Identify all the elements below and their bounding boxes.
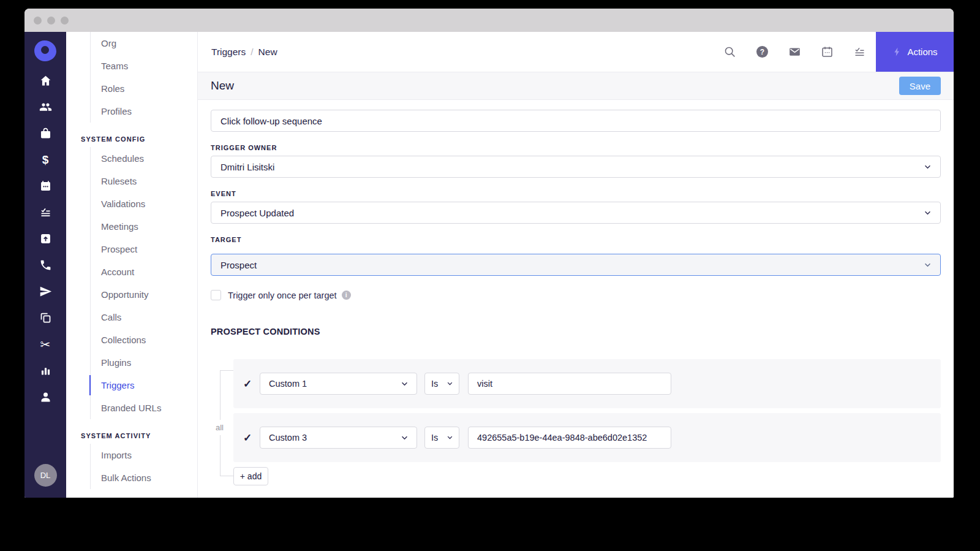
bag-icon[interactable] xyxy=(24,120,66,146)
sidebar-item-org[interactable]: Org xyxy=(91,32,197,55)
calendar-icon[interactable] xyxy=(811,32,843,72)
sidebar-item-opportunity[interactable]: Opportunity xyxy=(91,283,197,306)
chevron-down-icon xyxy=(924,263,931,267)
conditions-bracket: all xyxy=(220,370,233,476)
condition-value-input[interactable] xyxy=(468,373,671,395)
tasks-icon[interactable] xyxy=(843,32,876,72)
send-icon[interactable] xyxy=(24,278,66,305)
chevron-down-icon xyxy=(401,436,408,440)
page-header: New Save xyxy=(198,72,954,100)
person-icon[interactable] xyxy=(24,384,66,410)
export-icon[interactable] xyxy=(24,226,66,252)
condition-value-input[interactable] xyxy=(468,427,671,449)
actions-button[interactable]: Actions xyxy=(876,32,954,72)
window-zoom-button[interactable] xyxy=(61,17,69,25)
sidebar-item-validations[interactable]: Validations xyxy=(91,192,197,215)
sidebar-item-bulk-actions[interactable]: Bulk Actions xyxy=(91,466,197,489)
sidebar-item-profiles[interactable]: Profiles xyxy=(91,100,197,123)
condition-operator-select[interactable]: Is xyxy=(424,427,459,449)
sidebar-item-schedules[interactable]: Schedules xyxy=(91,147,197,170)
app-window: $✂ DL OrgTeamsRolesProfilesSYSTEM CONFIG… xyxy=(24,9,954,498)
trigger-owner-select[interactable]: Dmitri Lisitski xyxy=(211,156,941,178)
breadcrumb-current: New xyxy=(258,47,277,58)
sidebar-item-imports[interactable]: Imports xyxy=(91,444,197,466)
scissors-icon[interactable]: ✂ xyxy=(24,331,66,357)
chevron-down-icon xyxy=(447,382,453,386)
condition-check-icon[interactable]: ✓ xyxy=(243,378,260,390)
chevron-down-icon xyxy=(924,211,931,215)
condition-operator-select[interactable]: Is xyxy=(424,373,459,395)
tasks-icon[interactable] xyxy=(24,199,66,226)
sidebar-item-account[interactable]: Account xyxy=(91,260,197,283)
user-avatar[interactable]: DL xyxy=(34,464,57,487)
chart-icon[interactable] xyxy=(24,357,66,384)
window-close-button[interactable] xyxy=(34,17,42,25)
sidebar-item-rulesets[interactable]: Rulesets xyxy=(91,170,197,192)
trigger-form: TRIGGER OWNER Dmitri Lisitski EVENT Pros… xyxy=(198,100,954,498)
match-all-label: all xyxy=(214,420,225,435)
topbar-icon-row: ? xyxy=(714,32,876,72)
window-titlebar xyxy=(24,9,954,32)
sidebar-item-prospect[interactable]: Prospect xyxy=(91,238,197,260)
lightning-bolt-icon xyxy=(892,47,902,57)
search-icon[interactable] xyxy=(714,32,746,72)
conditions-title: PROSPECT CONDITIONS xyxy=(211,327,941,336)
trigger-owner-label: TRIGGER OWNER xyxy=(211,144,941,151)
trigger-once-label: Trigger only once per target xyxy=(228,291,337,300)
condition-list: ✓ Custom 1 Is ✓ Custom 3 Is xyxy=(233,359,941,462)
primary-nav-icons: $✂ xyxy=(24,67,66,410)
home-icon[interactable] xyxy=(24,67,66,94)
phone-icon[interactable] xyxy=(24,252,66,278)
chevron-down-icon xyxy=(401,382,408,386)
trigger-owner-value: Dmitri Lisitski xyxy=(221,162,274,172)
save-button[interactable]: Save xyxy=(899,77,941,95)
window-minimize-button[interactable] xyxy=(47,17,55,25)
trigger-name-input[interactable] xyxy=(211,110,941,132)
condition-row: ✓ Custom 3 Is xyxy=(233,413,941,462)
topbar: Triggers / New ? Actions xyxy=(198,32,954,72)
breadcrumb-separator: / xyxy=(251,47,253,58)
sidebar-item-roles[interactable]: Roles xyxy=(91,77,197,100)
event-value: Prospect Updated xyxy=(221,208,294,218)
sidebar-item-branded-urls[interactable]: Branded URLs xyxy=(91,397,197,419)
calendar-icon[interactable] xyxy=(24,173,66,199)
target-value: Prospect xyxy=(221,260,257,270)
nav-group: OrgTeamsRolesProfiles xyxy=(90,32,197,123)
add-condition-button[interactable]: + add xyxy=(233,467,268,485)
people-icon[interactable] xyxy=(24,94,66,120)
trigger-once-checkbox[interactable] xyxy=(211,290,221,300)
primary-sidebar: $✂ DL xyxy=(24,32,66,498)
condition-field-value: Custom 3 xyxy=(269,433,307,443)
actions-button-label: Actions xyxy=(907,47,937,57)
dollar-icon[interactable]: $ xyxy=(24,146,66,173)
main-area: Triggers / New ? Actions New Save TRIGGE… xyxy=(198,32,954,498)
condition-operator-value: Is xyxy=(431,433,438,443)
sidebar-item-collections[interactable]: Collections xyxy=(91,329,197,351)
event-label: EVENT xyxy=(211,190,941,197)
condition-field-select[interactable]: Custom 1 xyxy=(260,373,417,395)
nav-group: ImportsBulk Actions xyxy=(90,444,197,489)
help-icon[interactable]: ? xyxy=(746,32,778,72)
event-select[interactable]: Prospect Updated xyxy=(211,202,941,224)
app-body: $✂ DL OrgTeamsRolesProfilesSYSTEM CONFIG… xyxy=(24,32,954,498)
sidebar-item-meetings[interactable]: Meetings xyxy=(91,215,197,238)
breadcrumb-parent-link[interactable]: Triggers xyxy=(211,47,246,58)
condition-check-icon[interactable]: ✓ xyxy=(243,431,260,444)
chevron-down-icon xyxy=(447,436,453,439)
outreach-logo-icon[interactable] xyxy=(34,40,57,62)
condition-row: ✓ Custom 1 Is xyxy=(233,359,941,408)
condition-operator-value: Is xyxy=(431,379,438,389)
secondary-sidebar: OrgTeamsRolesProfilesSYSTEM CONFIGSchedu… xyxy=(66,32,198,498)
sidebar-item-teams[interactable]: Teams xyxy=(91,55,197,77)
info-icon[interactable]: i xyxy=(342,291,351,300)
sidebar-item-calls[interactable]: Calls xyxy=(91,306,197,329)
condition-field-select[interactable]: Custom 3 xyxy=(260,427,417,449)
copy-icon[interactable] xyxy=(24,305,66,331)
page-title: New xyxy=(211,79,899,93)
trigger-once-row: Trigger only once per target i xyxy=(211,290,941,300)
target-select[interactable]: Prospect xyxy=(211,254,941,276)
sidebar-item-triggers[interactable]: Triggers xyxy=(91,374,197,397)
sidebar-item-plugins[interactable]: Plugins xyxy=(91,351,197,374)
nav-group-header: SYSTEM CONFIG xyxy=(66,135,197,143)
mail-icon[interactable] xyxy=(778,32,811,72)
